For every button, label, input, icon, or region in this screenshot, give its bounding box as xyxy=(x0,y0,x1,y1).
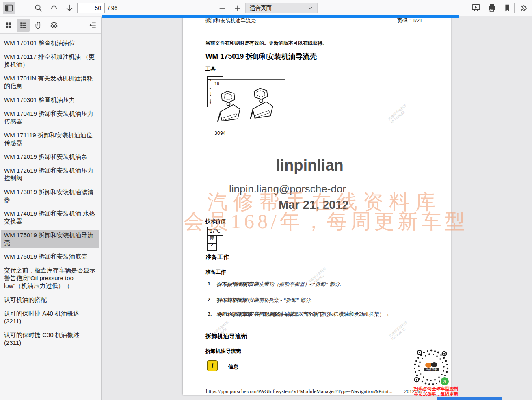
watermark-user-name: linpinlian xyxy=(276,157,344,174)
sidebar-toolbar xyxy=(0,17,101,34)
arrow-up-icon xyxy=(50,4,58,13)
zoom-out-button[interactable] xyxy=(216,2,228,14)
sidebar-item[interactable]: 认可的保时捷 C30 机油概述 (2311) xyxy=(1,330,99,348)
sidebar-item[interactable]: WM 170117 排空和加注机油 （更换机油） xyxy=(1,52,99,69)
sidebar-item[interactable]: WM 170301 检查机油压力 xyxy=(1,95,99,105)
sidebar-item[interactable]: WM 175019 拆卸和安装油底壳 xyxy=(1,251,99,262)
sidebar-item[interactable]: WM 172019 拆卸和安装机油泵 xyxy=(1,151,99,162)
tool-figure: 19 xyxy=(211,79,285,138)
page-count-label: / 96 xyxy=(108,5,117,11)
sidebar-item[interactable]: WM 1701IN 有关发动机机油消耗的信息 xyxy=(1,73,99,91)
info-icon: i xyxy=(207,360,218,371)
pdf-page: 拆卸和安装机油导流壳 页码：1/21 当前文件在印刷时是有效的。更新的版本可以在… xyxy=(183,16,451,395)
next-page-button[interactable] xyxy=(63,2,76,14)
previous-page-button[interactable] xyxy=(48,2,60,14)
sidebar-item[interactable]: 交付之前，检查库存车辆是否显示警告信息“Oil pressure too low… xyxy=(1,265,99,291)
watermark-id-stamp: 汽修帮手资料库ID:7496002 xyxy=(388,314,416,338)
top-toolbar: / 96 适合页面 xyxy=(0,0,532,16)
presentation-icon xyxy=(471,3,481,13)
step-number: 2. xyxy=(208,297,212,303)
thumbnails-icon xyxy=(4,21,13,29)
toolbar-separator xyxy=(514,3,515,13)
outline-view-button[interactable] xyxy=(17,19,30,32)
outline-icon xyxy=(19,21,27,29)
sidebar-item[interactable]: 认可的保时捷 A40 机油概述 (2211) xyxy=(1,308,99,326)
sidebar-item[interactable]: WM 171119 拆卸和安装机油油位传感器 xyxy=(1,130,99,148)
current-outline-item-icon xyxy=(89,21,97,29)
layers-view-button[interactable] xyxy=(48,19,61,32)
layers-icon xyxy=(50,21,58,29)
zoom-select[interactable]: 适合页面 xyxy=(245,3,318,13)
print-icon xyxy=(487,3,497,13)
svg-text:汽修帮手: 汽修帮手 xyxy=(426,368,437,371)
step-number: 3. xyxy=(208,311,212,317)
info-label: 信息 xyxy=(228,363,238,370)
search-icon xyxy=(34,4,43,13)
watermark-site-line2: 会员168/年，每周更新车型 xyxy=(184,208,468,235)
sidebar-item[interactable]: WM 172619 拆卸和安装机油压力控制阀 xyxy=(1,165,99,183)
document-title: WM 175019 拆卸和安装机油导流壳 xyxy=(205,52,317,61)
sidebar-toggle-button[interactable] xyxy=(3,2,15,14)
qr-green-logo-badge: S xyxy=(440,376,450,386)
chevron-down-icon xyxy=(307,5,313,11)
sidebar-toolbar-separator xyxy=(84,19,84,31)
attachments-view-button[interactable] xyxy=(32,19,45,32)
bookmark-icon xyxy=(503,4,512,13)
loading-bar xyxy=(102,15,459,18)
plus-icon xyxy=(234,4,242,12)
hose-clamps-illustration xyxy=(217,85,280,130)
more-tools-button[interactable] xyxy=(517,2,530,14)
page-header-right: 页码：1/21 xyxy=(397,17,422,24)
print-button[interactable] xyxy=(486,2,498,14)
page-header-left: 拆卸和安装机油导流壳 xyxy=(205,17,256,24)
preparation-subheading: 准备工作 xyxy=(205,269,226,276)
viewer-area[interactable]: 拆卸和安装机油导流壳 页码：1/21 当前文件在印刷时是有效的。更新的版本可以在… xyxy=(102,16,532,400)
watermark-id-stamp: 汽修帮手资料库ID:7496002 xyxy=(387,97,415,121)
page-number-input[interactable] xyxy=(77,3,105,13)
qr-promo-line2: 会员168/年，每周更新 xyxy=(414,391,495,397)
chevron-double-right-icon xyxy=(519,3,528,13)
search-button[interactable] xyxy=(32,2,45,14)
toolbar-separator xyxy=(230,3,230,13)
pdf-viewer-app: / 96 适合页面 xyxy=(0,0,532,400)
thumbnails-view-button[interactable] xyxy=(2,19,15,32)
removal-subheading: 拆卸机油导流壳 xyxy=(205,348,241,355)
sidebar-item-active[interactable]: WM 175019 拆卸和安装机油导流壳 xyxy=(1,230,99,248)
arrow-down-icon xyxy=(65,4,74,13)
qr-promo-text: 扫码咨询全球车型资料 会员168/年，每周更新 xyxy=(414,386,495,397)
step-reference-link[interactable]: 400619 拆卸和安装前桥托架 - “拆卸” 部分. xyxy=(217,297,312,304)
toolbar-separator xyxy=(62,3,62,13)
current-outline-item-button[interactable] xyxy=(87,19,99,32)
sidebar-item[interactable]: 认可机油的搭配 xyxy=(1,294,99,305)
qr-code-block: 汽修帮手 S 扫码咨询全球车型资料 会员168/年，每周更新 xyxy=(411,347,497,400)
paperclip-icon xyxy=(35,21,43,29)
zoom-select-label: 适合页面 xyxy=(250,4,272,12)
bookmark-button[interactable] xyxy=(501,2,513,14)
tools-heading: 工具 xyxy=(205,66,216,73)
sidebar-item[interactable]: WM 174019 拆卸和安装机油.水热交换器 xyxy=(1,208,99,226)
qr-promo-line1: 扫码咨询全球车型资料 xyxy=(414,386,495,391)
sidebar-item[interactable]: WM 170101 检查机油油位 xyxy=(1,38,99,48)
step-reference-link[interactable]: 137619 拆卸和安装皮带轮（振动平衡器）- “拆卸” 部分. xyxy=(217,281,341,288)
step-number: 1. xyxy=(208,281,212,287)
figure-number-label: 3094 xyxy=(214,130,226,136)
sidebar-item[interactable]: WM 173019 拆卸和安装机油滤清器 xyxy=(1,187,99,205)
preparation-heading: 准备工作 xyxy=(205,253,229,261)
sidebar-item[interactable]: WM 170419 拆卸和安装机油压力传感器 xyxy=(1,108,99,126)
sidebar: WM 170101 检查机油油位 WM 170117 排空和加注机油 （更换机油… xyxy=(0,17,102,400)
document-outline: WM 170101 检查机油油位 WM 170117 排空和加注机油 （更换机油… xyxy=(0,34,101,355)
tools-table-row: 软管卡箍 VW 工具 3094 19 xyxy=(207,76,212,141)
sidebar-toggle-icon xyxy=(4,4,13,13)
presentation-mode-button[interactable] xyxy=(470,2,482,14)
validity-notice: 当前文件在印刷时是有效的。更新的版本可以在线获得。 xyxy=(205,40,327,47)
footer-url: https://ppn.porsche.com/PAGInfosystem/VF… xyxy=(206,388,393,395)
minus-icon xyxy=(218,4,226,12)
zoom-in-button[interactable] xyxy=(231,2,244,14)
